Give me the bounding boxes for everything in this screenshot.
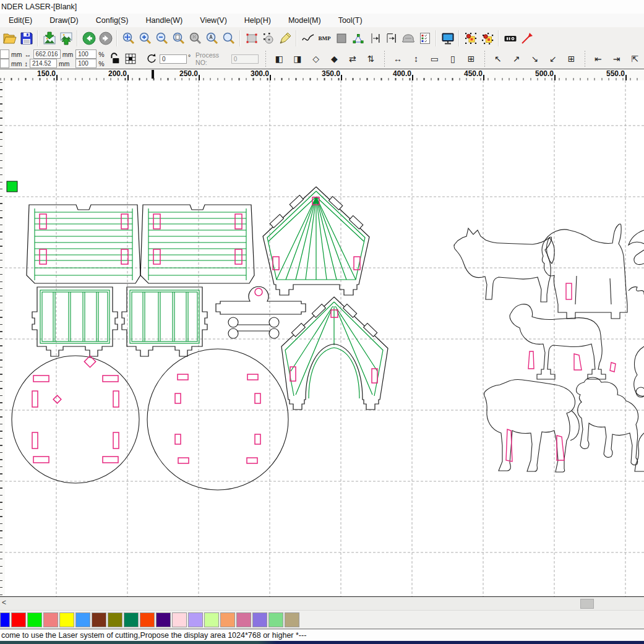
dim-corner-icon[interactable]: ⇱ <box>627 51 642 67</box>
save-icon[interactable] <box>18 30 35 46</box>
node-edit-icon[interactable] <box>260 30 277 46</box>
menu-view[interactable]: View(V) <box>191 16 236 25</box>
palette-swatch[interactable] <box>252 612 267 627</box>
pen-edit-icon[interactable] <box>277 30 293 46</box>
x-field[interactable] <box>0 49 9 59</box>
array-copy-icon[interactable] <box>462 30 479 46</box>
bmp-text-icon[interactable]: BMP <box>316 30 333 46</box>
zoom-font-icon[interactable] <box>204 30 220 46</box>
palette-swatch[interactable] <box>236 612 251 627</box>
palette-swatch[interactable] <box>268 612 283 627</box>
node-connect-icon[interactable] <box>350 30 366 46</box>
scroll-left-icon[interactable]: < <box>2 598 6 607</box>
redo-icon[interactable] <box>97 30 114 46</box>
simulate-run-icon[interactable] <box>518 30 535 46</box>
menu-edit[interactable]: Edit(E) <box>0 16 41 25</box>
process-field[interactable]: 0 <box>231 54 259 64</box>
zoom-out-icon[interactable] <box>153 30 170 46</box>
horizontal-scrollbar[interactable]: < <box>0 596 644 611</box>
side-panel-left[interactable] <box>27 205 140 283</box>
palette-swatch[interactable] <box>156 612 171 627</box>
mirror-rl-icon[interactable]: ◨ <box>290 51 305 67</box>
undo-icon[interactable] <box>80 30 97 46</box>
scale-x-field[interactable]: 100 <box>75 49 97 59</box>
equal-height-icon[interactable]: ▯ <box>445 51 460 67</box>
laser-head-icon[interactable] <box>502 30 518 46</box>
scrollbar-thumb[interactable] <box>580 599 594 609</box>
palette-swatch[interactable] <box>140 612 155 627</box>
menu-tool[interactable]: Tool(T) <box>330 16 371 25</box>
disc-base-a[interactable] <box>12 356 139 483</box>
hanging-sign[interactable] <box>216 286 306 314</box>
palette-swatch[interactable] <box>43 612 58 627</box>
space-v-icon[interactable]: ↕ <box>409 51 424 67</box>
palette-swatch[interactable] <box>59 612 74 627</box>
grid-cell-icon[interactable] <box>123 51 137 67</box>
distribute-h-icon[interactable] <box>366 30 383 46</box>
gable-front[interactable] <box>263 187 369 295</box>
palette-swatch[interactable] <box>124 612 139 627</box>
menu-help[interactable]: Help(H) <box>236 16 280 25</box>
dim-left-icon[interactable]: ⇤ <box>591 51 606 67</box>
dog-silhouettes[interactable] <box>454 224 644 472</box>
menu-handle[interactable]: Handle(W) <box>137 16 192 25</box>
flip-v-icon[interactable]: ⇅ <box>364 51 379 67</box>
laser-machine-icon[interactable] <box>400 30 416 46</box>
drawing-canvas[interactable] <box>5 80 644 596</box>
y-field[interactable] <box>0 59 9 68</box>
palette-swatch[interactable] <box>11 612 26 627</box>
zoom-all-icon[interactable] <box>187 30 204 46</box>
align-bottom-left-icon[interactable]: ↙ <box>546 51 560 67</box>
palette-swatch[interactable] <box>75 612 90 627</box>
export-image-icon[interactable] <box>58 30 74 46</box>
zoom-pan-icon[interactable] <box>120 30 137 46</box>
align-top-right-icon[interactable]: ↗ <box>509 51 524 67</box>
zoom-in-icon[interactable] <box>137 30 153 46</box>
palette-swatch[interactable] <box>92 612 106 627</box>
import-image-icon[interactable] <box>41 30 58 46</box>
preview-monitor-icon[interactable] <box>439 30 456 46</box>
scale-y-field[interactable]: 100 <box>75 59 97 68</box>
fill-square-icon[interactable] <box>333 30 350 46</box>
rotate-icon[interactable] <box>144 51 158 67</box>
align-bottom-right-icon[interactable]: ↘ <box>527 51 542 67</box>
mirror-bt-icon[interactable]: ◆ <box>327 51 341 67</box>
disc-base-b[interactable] <box>147 349 288 490</box>
side-panel-right[interactable] <box>140 205 254 283</box>
dim-right-icon[interactable]: ⇥ <box>609 51 624 67</box>
space-h-icon[interactable]: ↔ <box>390 51 405 67</box>
zoom-page-icon[interactable] <box>170 30 187 46</box>
open-folder-icon[interactable] <box>1 30 18 46</box>
palette-swatch[interactable] <box>27 612 42 627</box>
width-field[interactable]: 662.016 <box>33 49 61 59</box>
palette-swatch[interactable] <box>188 612 203 627</box>
curve-draw-icon[interactable] <box>299 30 316 46</box>
slat-panel-left[interactable] <box>32 287 118 356</box>
gable-door[interactable] <box>281 297 388 410</box>
palette-swatch[interactable] <box>108 612 122 627</box>
palette-swatch[interactable] <box>220 612 235 627</box>
equal-width-icon[interactable]: ▭ <box>427 51 442 67</box>
palette-swatch[interactable] <box>285 612 299 627</box>
equal-size-icon[interactable]: ⊞ <box>464 51 479 67</box>
lock-ratio-icon[interactable] <box>108 51 122 67</box>
flip-h-icon[interactable]: ⇄ <box>345 51 360 67</box>
align-top-left-icon[interactable]: ↖ <box>491 51 505 67</box>
palette-swatch[interactable] <box>204 612 219 627</box>
array-copy-rotate-icon[interactable] <box>479 30 496 46</box>
menu-model[interactable]: Model(M) <box>280 16 330 25</box>
height-field[interactable]: 214.52 <box>30 59 57 68</box>
rotate-field[interactable]: 0 <box>160 54 187 64</box>
mirror-tb-icon[interactable]: ◇ <box>309 51 324 67</box>
layer-swatch[interactable] <box>7 181 17 192</box>
palette-swatch[interactable] <box>172 612 187 627</box>
zoom-view-icon[interactable] <box>220 30 237 46</box>
mirror-lr-icon[interactable]: ◧ <box>272 51 286 67</box>
align-center-icon[interactable]: ⊞ <box>564 51 579 67</box>
slat-panel-right[interactable] <box>122 287 207 356</box>
menu-config[interactable]: Config(S) <box>87 16 137 25</box>
menu-draw[interactable]: Draw(D) <box>41 16 87 25</box>
process-list-icon[interactable] <box>416 30 433 46</box>
palette-swatch[interactable] <box>0 612 10 627</box>
select-rect-icon[interactable] <box>243 30 260 46</box>
